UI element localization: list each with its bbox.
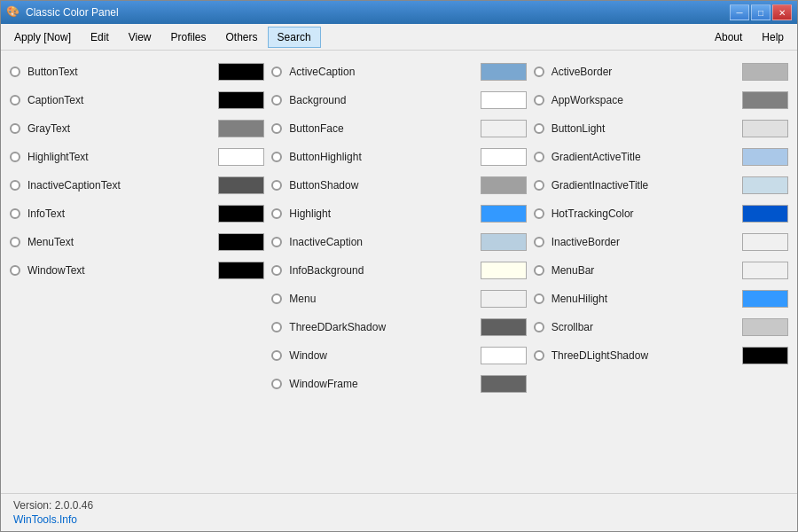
row-infobackground: InfoBackground [268,256,529,285]
swatch-buttontext[interactable] [218,63,264,81]
swatch-appworkspace[interactable] [742,91,788,109]
row-buttonface: ButtonFace [268,114,529,143]
radio-highlight[interactable] [271,208,282,219]
menu-view[interactable]: View [119,27,161,48]
version-text: Version: 2.0.0.46 [13,499,785,512]
menu-edit[interactable]: Edit [81,27,119,48]
radio-window[interactable] [271,350,282,361]
swatch-highlighttext[interactable] [218,148,264,166]
radio-activecaption[interactable] [271,66,282,77]
label-inactivecaption: InactiveCaption [289,236,473,248]
swatch-infobackground[interactable] [481,262,527,279]
row-activeborder: ActiveBorder [530,58,792,86]
menu-about[interactable]: About [705,27,752,48]
swatch-window[interactable] [481,347,527,364]
swatch-gradientactivetitle[interactable] [742,148,788,166]
radio-menubar[interactable] [534,265,544,276]
radio-background[interactable] [271,95,282,106]
row-background: Background [268,86,529,114]
radio-threedlightshadow[interactable] [534,350,544,361]
label-gradientactivetitle: GradientActiveTitle [552,151,735,163]
row-windowframe: WindowFrame [268,370,529,398]
menu-others[interactable]: Others [216,27,268,48]
column-1: ButtonText CaptionText GrayText Highligh… [6,58,268,493]
radio-highlighttext[interactable] [10,152,20,162]
swatch-buttonface[interactable] [481,120,527,137]
radio-gradientactivetitle[interactable] [534,152,544,162]
column-2: ActiveCaption Background ButtonFace Butt… [268,58,529,493]
row-highlight: Highlight [268,200,529,228]
label-threedarkshadow: ThreeDDarkShadow [289,321,473,333]
swatch-inactiveborder[interactable] [742,233,788,251]
radio-menu[interactable] [271,293,282,304]
swatch-infotext[interactable] [218,205,264,223]
radio-gradientinactivetitle[interactable] [534,180,544,191]
menu-bar: Apply [Now] Edit View Profiles Others Se… [1,24,797,51]
radio-buttonface[interactable] [271,123,282,134]
radio-menutext[interactable] [10,237,20,247]
radio-infotext[interactable] [10,208,20,219]
swatch-buttonhighlight[interactable] [481,148,527,166]
label-activecaption: ActiveCaption [289,66,473,78]
swatch-menutext[interactable] [218,233,264,251]
menu-help[interactable]: Help [752,27,794,48]
swatch-background[interactable] [481,91,527,109]
radio-scrollbar[interactable] [534,322,544,332]
swatch-threedlightshadow[interactable] [742,347,788,364]
radio-buttonshadow[interactable] [271,180,282,191]
menu-search[interactable]: Search [268,27,321,48]
label-buttonshadow: ButtonShadow [289,179,473,192]
label-buttonlight: ButtonLight [552,122,735,135]
radio-buttontext[interactable] [10,66,20,77]
radio-menuhilight[interactable] [534,293,544,304]
swatch-windowframe[interactable] [481,375,527,393]
swatch-activecaption[interactable] [481,63,527,81]
swatch-menuhilight[interactable] [742,290,788,308]
swatch-scrollbar[interactable] [742,318,788,336]
swatch-menu[interactable] [481,290,527,308]
menu-profiles[interactable]: Profiles [161,27,216,48]
radio-appworkspace[interactable] [534,95,544,106]
label-window: Window [289,349,473,362]
row-buttonhighlight: ButtonHighlight [268,143,529,171]
label-captiontext: CaptionText [27,94,211,106]
menu-apply-now[interactable]: Apply [Now] [4,27,81,48]
swatch-gradientinactivetitle[interactable] [742,176,788,194]
radio-graytext[interactable] [10,123,20,134]
label-menubar: MenuBar [552,264,735,277]
label-menutext: MenuText [27,236,211,248]
swatch-windowtext[interactable] [218,262,264,279]
radio-windowframe[interactable] [271,379,282,389]
swatch-inactivecaption[interactable] [481,233,527,251]
swatch-activeborder[interactable] [742,63,788,81]
swatch-graytext[interactable] [218,120,264,137]
radio-inactiveborder[interactable] [534,237,544,247]
radio-buttonhighlight[interactable] [271,152,282,162]
swatch-threedarkshadow[interactable] [481,318,527,336]
radio-inactivecaption[interactable] [271,237,282,247]
swatch-menubar[interactable] [742,262,788,279]
wintools-link[interactable]: WinTools.Info [13,513,785,526]
swatch-buttonlight[interactable] [742,120,788,137]
swatch-captiontext[interactable] [218,91,264,109]
radio-buttonlight[interactable] [534,123,544,134]
label-hottrackingcolor: HotTrackingColor [552,207,735,220]
radio-captiontext[interactable] [10,95,20,106]
label-background: Background [289,94,473,106]
swatch-buttonshadow[interactable] [481,176,527,194]
close-button[interactable]: ✕ [772,4,792,20]
swatch-inactivecaptiontext[interactable] [218,176,264,194]
radio-threedarkshadow[interactable] [271,322,282,332]
radio-windowtext[interactable] [10,265,20,276]
swatch-hottrackingcolor[interactable] [742,205,788,223]
label-menu: Menu [289,293,473,305]
maximize-button[interactable]: □ [751,4,771,20]
label-threedlightshadow: ThreeDLightShadow [552,349,735,362]
radio-inactivecaptiontext[interactable] [10,180,20,191]
radio-activeborder[interactable] [534,66,544,77]
swatch-highlight[interactable] [481,205,527,223]
app-icon: 🎨 [6,5,20,20]
radio-hottrackingcolor[interactable] [534,208,544,219]
minimize-button[interactable]: ─ [730,4,749,20]
radio-infobackground[interactable] [271,265,282,276]
